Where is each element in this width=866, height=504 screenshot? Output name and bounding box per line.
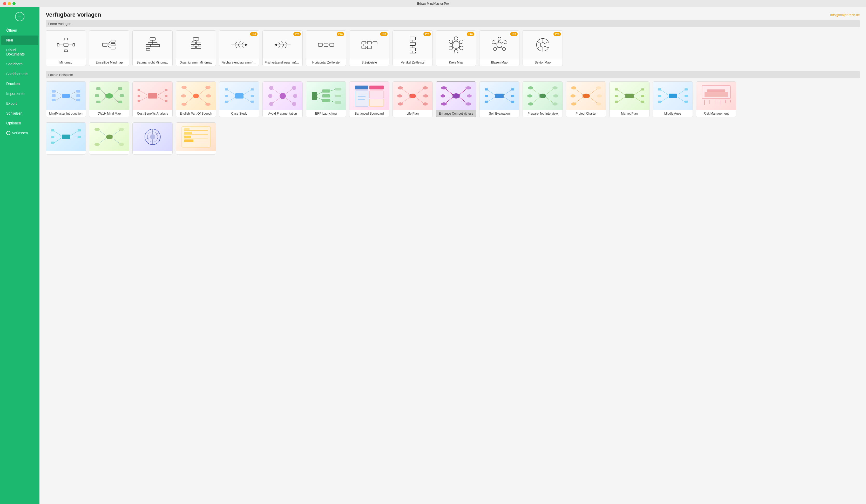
svg-rect-129 bbox=[120, 94, 124, 97]
sidebar-item-cloud[interactable]: Cloud Dokumente bbox=[1, 45, 38, 59]
close-button[interactable] bbox=[3, 2, 6, 5]
template-project-charter[interactable]: Project Charter bbox=[566, 81, 606, 117]
template-s-zeit[interactable]: Pro S Zeitleiste bbox=[349, 30, 389, 66]
template-enhance-competitiveness[interactable]: Enhance Competivitness bbox=[436, 81, 476, 117]
svg-line-48 bbox=[281, 41, 284, 45]
template-sektor[interactable]: Pro Sektor Map bbox=[523, 30, 563, 66]
template-risk-management[interactable]: Risk Management bbox=[696, 81, 736, 117]
svg-rect-114 bbox=[76, 90, 80, 93]
svg-point-267 bbox=[597, 94, 602, 98]
svg-rect-144 bbox=[165, 100, 167, 102]
svg-point-224 bbox=[441, 102, 447, 105]
svg-point-177 bbox=[269, 102, 273, 106]
svg-line-152 bbox=[199, 88, 207, 95]
svg-line-107 bbox=[56, 92, 62, 95]
sidebar-item-speichern-als[interactable]: Speichern als bbox=[1, 69, 38, 79]
sidebar-item-schliessen[interactable]: Schließen bbox=[1, 108, 38, 118]
template-market-plan[interactable]: Market Plan bbox=[609, 81, 650, 117]
template-label-sektor: Sektor Map bbox=[523, 59, 563, 66]
sidebar-item-speichern[interactable]: Speichern bbox=[1, 59, 38, 69]
sidebar-item-neu[interactable]: Neu bbox=[1, 35, 38, 45]
svg-line-242 bbox=[503, 97, 511, 102]
svg-line-156 bbox=[199, 97, 207, 104]
svg-line-159 bbox=[227, 90, 235, 95]
svg-rect-170 bbox=[251, 101, 254, 103]
template-life-plan[interactable]: Life Plan bbox=[392, 81, 433, 117]
svg-rect-198 bbox=[369, 85, 384, 90]
label-avoid-fragmentation: Avoid Fragmentation bbox=[263, 110, 302, 117]
template-more-3[interactable] bbox=[132, 122, 173, 154]
template-more-1[interactable] bbox=[46, 122, 86, 154]
template-horizontal[interactable]: Pro Horizontal Zeitleiste bbox=[306, 30, 346, 66]
template-vertikal[interactable]: Pro Vertikal Zeitleiste bbox=[392, 30, 433, 66]
template-middle-ages[interactable]: Middle Ages bbox=[653, 81, 693, 117]
svg-line-117 bbox=[70, 97, 76, 100]
template-baumansicht[interactable]: Baumansicht Mindmap bbox=[132, 30, 173, 66]
template-mindmaster-intro[interactable]: MindMaster Introduction bbox=[46, 81, 86, 117]
svg-line-323 bbox=[112, 138, 120, 144]
template-5w1h[interactable]: 5W1H Mind Map bbox=[89, 81, 129, 117]
sidebar-item-oeffnen[interactable]: Öffnen bbox=[1, 26, 38, 35]
templates-scroll[interactable]: Leere Vorlagen bbox=[40, 20, 866, 504]
sidebar-item-drucken[interactable]: Drucken bbox=[1, 79, 38, 89]
svg-rect-200 bbox=[369, 91, 384, 98]
label-case-study: Case Study bbox=[219, 110, 259, 117]
pro-badge-horizontal: Pro bbox=[337, 32, 344, 36]
template-fisch-links[interactable]: Pro Fischgrätendiagramm(Links) bbox=[219, 30, 259, 66]
svg-rect-24 bbox=[155, 44, 159, 47]
svg-point-218 bbox=[453, 93, 460, 99]
svg-point-248 bbox=[527, 94, 532, 98]
template-more-4[interactable] bbox=[176, 122, 216, 154]
template-avoid-fragmentation[interactable]: Avoid Fragmentation bbox=[263, 81, 303, 117]
preview-balanced-scorecard bbox=[349, 82, 389, 110]
sidebar-item-export[interactable]: Export bbox=[1, 99, 38, 108]
svg-rect-274 bbox=[615, 95, 618, 97]
template-label-fisch-rechts: Fischgrätendiagramm(Rechts) bbox=[263, 59, 302, 66]
svg-rect-29 bbox=[191, 42, 196, 44]
label-risk-management: Risk Management bbox=[696, 110, 736, 117]
preview-risk-management bbox=[696, 82, 736, 110]
svg-line-111 bbox=[56, 97, 62, 100]
template-organigramm[interactable]: Organigramm Mindmap bbox=[176, 30, 216, 66]
svg-rect-69 bbox=[410, 42, 415, 45]
template-label-mindmap: Mindmap bbox=[46, 59, 86, 66]
sidebar: ← Öffnen Neu Cloud Dokumente Speichern S… bbox=[0, 7, 40, 504]
template-erp-launching[interactable]: ERP Launching bbox=[306, 81, 346, 117]
template-mindmap[interactable]: Mindmap bbox=[46, 30, 86, 66]
svg-rect-140 bbox=[165, 89, 167, 91]
template-cost-benefits[interactable]: Cost-Benefits Analysis bbox=[132, 81, 173, 117]
template-case-study[interactable]: Case Study bbox=[219, 81, 259, 117]
svg-line-219 bbox=[446, 89, 453, 95]
pro-badge-fisch-links: Pro bbox=[250, 32, 257, 36]
svg-line-101 bbox=[545, 42, 548, 43]
template-more-2[interactable] bbox=[89, 122, 129, 154]
back-button[interactable]: ← bbox=[15, 12, 24, 21]
svg-point-256 bbox=[552, 102, 558, 105]
maximize-button[interactable] bbox=[12, 2, 15, 5]
svg-rect-62 bbox=[367, 46, 371, 49]
template-self-evaluation[interactable]: Self Evaluation bbox=[479, 81, 520, 117]
label-mindmaster-intro: MindMaster Introduction bbox=[46, 110, 86, 117]
svg-line-172 bbox=[273, 89, 280, 94]
label-prepare-job: Prepare Job Interview bbox=[523, 110, 563, 117]
svg-point-90 bbox=[503, 41, 507, 44]
svg-point-171 bbox=[280, 93, 286, 99]
sidebar-item-optionen[interactable]: Optionen bbox=[1, 118, 38, 128]
template-kreis[interactable]: Pro bbox=[436, 30, 476, 66]
template-english-pos[interactable]: English Part Of Speech bbox=[176, 81, 216, 117]
template-preview-sektor: Pro bbox=[523, 31, 563, 59]
sidebar-item-verlassen[interactable]: − Verlassen bbox=[1, 128, 38, 138]
template-einseitige[interactable]: Einseitige Mindmap bbox=[89, 30, 129, 66]
window-controls[interactable] bbox=[3, 2, 15, 5]
minimize-button[interactable] bbox=[8, 2, 11, 5]
template-fisch-rechts[interactable]: Pro Fischgrätendiagramm(Rechts) bbox=[263, 30, 303, 66]
template-prepare-job[interactable]: Prepare Job Interview bbox=[523, 81, 563, 117]
template-preview-vertikal: Pro bbox=[393, 31, 432, 59]
template-balanced-scorecard[interactable]: Bananced Scorecard bbox=[349, 81, 389, 117]
sidebar-item-importieren[interactable]: Importieren bbox=[1, 89, 38, 98]
template-blasen[interactable]: Pro bbox=[479, 30, 520, 66]
template-preview-mindmap bbox=[46, 31, 86, 59]
svg-point-230 bbox=[465, 102, 471, 105]
svg-rect-305 bbox=[62, 135, 70, 139]
template-preview-organigramm bbox=[176, 31, 216, 59]
